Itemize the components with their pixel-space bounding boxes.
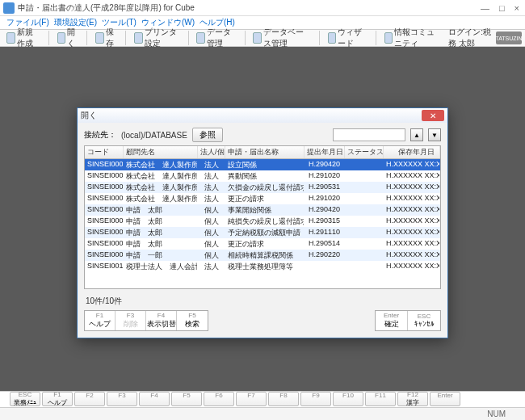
col-name[interactable]: 顧問先名 bbox=[124, 146, 198, 158]
cell-status bbox=[345, 227, 384, 238]
col-type[interactable]: 法人/個人 bbox=[198, 146, 225, 158]
fkey-f4[interactable]: F4表示切替 bbox=[146, 311, 177, 330]
maximize-button[interactable]: □ bbox=[497, 3, 507, 13]
cell-title: 異動関係 bbox=[225, 170, 304, 182]
cell-name: 申請 一郎 bbox=[124, 250, 198, 261]
window-title: 申請・届出書の達人(平成28年度以降用) for Cube bbox=[18, 2, 478, 14]
toolbar: 新規作成 開く 保存 プリンタ設定 データ管理 データベース管理 ウィザード 情… bbox=[0, 29, 525, 47]
table-row[interactable]: SINSEI0003株式会社 達人製作所法人欠損金の繰戻し還付請求H.29053… bbox=[85, 182, 440, 193]
cell-save: H.XXXXXX XX:XX:XX bbox=[384, 159, 440, 170]
cell-date: H.290420 bbox=[304, 204, 345, 216]
cell-date: H.290220 bbox=[304, 250, 345, 261]
cell-type: 個人 bbox=[198, 216, 225, 227]
cell-date: H.290514 bbox=[304, 238, 345, 250]
cell-status bbox=[345, 261, 384, 272]
fkey-f5[interactable]: F5検索 bbox=[177, 311, 208, 330]
cell-save: H.XXXXXX XX:XX:XX bbox=[384, 238, 440, 250]
col-date[interactable]: 提出年月日 bbox=[304, 146, 345, 158]
cell-status bbox=[345, 170, 384, 182]
funcbar-f8: F8 bbox=[268, 392, 299, 406]
table-row[interactable]: SINSEI0008申請 太郎個人更正の請求H.290514H.XXXXXX X… bbox=[85, 238, 440, 250]
cell-code: SINSEI0004 bbox=[85, 193, 124, 204]
table-row[interactable]: SINSEI0004株式会社 達人製作所法人更正の請求H.291020H.XXX… bbox=[85, 193, 440, 204]
cell-title: 事業開始関係 bbox=[225, 204, 304, 216]
printer-icon bbox=[134, 32, 143, 44]
table-row[interactable]: SINSEI0002株式会社 達人製作所法人異動関係H.291020H.XXXX… bbox=[85, 170, 440, 182]
fkey-f1[interactable]: F1ヘルプ bbox=[85, 311, 116, 330]
separator bbox=[86, 31, 87, 45]
funcbar-f4: F4 bbox=[139, 392, 170, 406]
funcbar-f12[interactable]: F12漢字 bbox=[397, 392, 428, 406]
open-dialog: 開く ✕ 接続先： (local)/DATABASE 参照 ▲ ▼ コード 顧問… bbox=[77, 107, 448, 338]
close-button[interactable]: × bbox=[512, 3, 522, 13]
separator bbox=[125, 31, 126, 45]
funcbar-f1[interactable]: F1ヘルプ bbox=[42, 392, 73, 406]
dialog-fkeys: F1ヘルプF3削除F4表示切替F5検索 bbox=[84, 310, 208, 331]
cell-type: 個人 bbox=[198, 204, 225, 216]
funcbar-f5: F5 bbox=[171, 392, 202, 406]
save-icon bbox=[95, 32, 104, 44]
cell-code: SINSEI0008 bbox=[85, 238, 124, 250]
button-esc[interactable]: ESCｷｬﾝｾﾙ bbox=[408, 311, 440, 330]
funcbar-f6: F6 bbox=[204, 392, 234, 406]
cell-date: H.290420 bbox=[304, 159, 345, 170]
cell-name: 株式会社 達人製作所 bbox=[124, 193, 198, 204]
table-row[interactable]: SINSEI0001株式会社 達人製作所法人設立関係H.290420H.XXXX… bbox=[85, 159, 440, 170]
button-enter[interactable]: Enter確定 bbox=[376, 311, 408, 330]
table-row[interactable]: SINSEI0005申請 太郎個人事業開始関係H.290420H.XXXXXX … bbox=[85, 204, 440, 216]
table-row[interactable]: SINSEI0007申請 太郎個人予定納税額の減額申請H.291110H.XXX… bbox=[85, 227, 440, 238]
cell-title: 欠損金の繰戻し還付請求 bbox=[225, 182, 304, 193]
cell-type: 法人 bbox=[198, 193, 225, 204]
cell-date: H.290315 bbox=[304, 216, 345, 227]
function-bar: ESC業務ﾒﾆｭF1ヘルプF2 F3 F4 F5 F6 F7 F8 F9 F10… bbox=[0, 391, 525, 407]
new-icon bbox=[6, 32, 15, 44]
col-title[interactable]: 申請・届出名称 bbox=[225, 146, 304, 158]
col-save[interactable]: 保存年月日 bbox=[384, 146, 440, 158]
cell-code: SINSEI0003 bbox=[85, 182, 124, 193]
dialog-close-button[interactable]: ✕ bbox=[422, 110, 444, 121]
cell-title: 税理士業務処理簿等 bbox=[225, 261, 304, 272]
separator bbox=[188, 31, 189, 45]
dialog-body: 接続先： (local)/DATABASE 参照 ▲ ▼ コード 顧問先名 法人… bbox=[78, 123, 447, 338]
window-buttons: — □ × bbox=[478, 3, 522, 13]
col-code[interactable]: コード bbox=[85, 146, 124, 158]
sort-down-button[interactable]: ▼ bbox=[428, 128, 441, 141]
dialog-titlebar: 開く ✕ bbox=[78, 108, 447, 123]
funcbar-esc[interactable]: ESC業務ﾒﾆｭ bbox=[10, 392, 40, 406]
cell-title: 純損失の繰戻し還付請求 bbox=[225, 216, 304, 227]
cell-status bbox=[345, 238, 384, 250]
sort-up-button[interactable]: ▲ bbox=[410, 128, 423, 141]
table-row[interactable]: SINSEI0006申請 太郎個人純損失の繰戻し還付請求H.290315H.XX… bbox=[85, 216, 440, 227]
cell-code: SINSEI0001 bbox=[85, 159, 124, 170]
cell-status bbox=[345, 204, 384, 216]
workspace: 開く ✕ 接続先： (local)/DATABASE 参照 ▲ ▼ コード 顧問… bbox=[0, 47, 525, 391]
filter-input[interactable] bbox=[333, 128, 405, 141]
database-icon bbox=[253, 32, 262, 44]
table-row[interactable]: SINSEI0010税理士法人 達人会計事務所法人税理士業務処理簿等H.XXXX… bbox=[85, 261, 440, 272]
separator bbox=[48, 31, 49, 45]
funcbar-f2: F2 bbox=[74, 392, 105, 406]
cell-name: 申請 太郎 bbox=[124, 238, 198, 250]
info-icon bbox=[384, 32, 393, 44]
reference-button[interactable]: 参照 bbox=[192, 128, 223, 142]
cell-title: 相続時精算課税関係 bbox=[225, 250, 304, 261]
minimize-button[interactable]: — bbox=[478, 3, 492, 13]
cell-status bbox=[345, 216, 384, 227]
col-status[interactable]: ステータス bbox=[345, 146, 384, 158]
logo: TATSUZIN bbox=[496, 32, 522, 44]
cell-save: H.XXXXXX XX:XX:XX bbox=[384, 216, 440, 227]
cell-date: H.290531 bbox=[304, 182, 345, 193]
cell-save: H.XXXXXX XX:XX:XX bbox=[384, 170, 440, 182]
cell-name: 申請 太郎 bbox=[124, 227, 198, 238]
cell-code: SINSEI0006 bbox=[85, 216, 124, 227]
funcbar-f10: F10 bbox=[333, 392, 363, 406]
connection-row: 接続先： (local)/DATABASE 参照 ▲ ▼ bbox=[84, 128, 441, 142]
table-row[interactable]: SINSEI0009申請 一郎個人相続時精算課税関係H.290220H.XXXX… bbox=[85, 250, 440, 261]
data-icon bbox=[196, 32, 205, 44]
app-icon bbox=[3, 2, 15, 14]
cell-save: H.XXXXXX XX:XX:XX bbox=[384, 227, 440, 238]
separator bbox=[319, 31, 320, 45]
connection-value: (local)/DATABASE bbox=[121, 131, 187, 140]
titlebar: 申請・届出書の達人(平成28年度以降用) for Cube — □ × bbox=[0, 0, 525, 16]
cell-code: SINSEI0007 bbox=[85, 227, 124, 238]
